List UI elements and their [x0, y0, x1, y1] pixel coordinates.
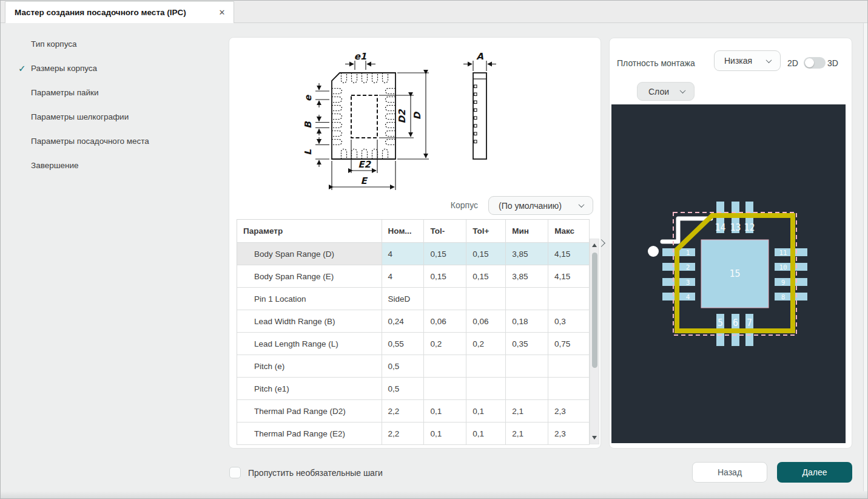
- table-cell[interactable]: 0,5: [382, 378, 425, 400]
- table-header-cell: Tol-: [424, 220, 466, 243]
- table-cell[interactable]: 2,3: [548, 423, 590, 445]
- table-cell[interactable]: 0,1: [466, 423, 506, 445]
- table-cell[interactable]: 0,15: [466, 243, 506, 265]
- table-row[interactable]: Body Span Range (D)40,150,153,854,15: [237, 243, 590, 265]
- table-cell[interactable]: 0,06: [424, 310, 466, 333]
- close-icon[interactable]: ✕: [217, 7, 227, 18]
- table-cell[interactable]: [424, 288, 466, 310]
- layers-dropdown[interactable]: Слои: [637, 82, 695, 101]
- table-cell[interactable]: Thermal Pad Range (E2): [237, 423, 382, 445]
- table-cell[interactable]: Pitch (e): [237, 355, 382, 378]
- table-cell[interactable]: 0,3: [548, 310, 590, 333]
- dim-label-a: A: [476, 51, 483, 62]
- table-cell[interactable]: [506, 378, 548, 400]
- next-button[interactable]: Далее: [777, 462, 852, 483]
- table-cell[interactable]: 2,1: [506, 400, 548, 423]
- footprint-preview[interactable]: 123411109814131256715: [611, 104, 846, 443]
- table-cell[interactable]: 0,18: [506, 310, 548, 333]
- table-cell[interactable]: Lead Length Range (L): [237, 333, 382, 355]
- table-row[interactable]: Pin 1 LocationSideD: [237, 288, 590, 310]
- table-cell[interactable]: [466, 355, 506, 378]
- table-cell[interactable]: 2,2: [382, 423, 425, 445]
- table-cell[interactable]: Lead Width Range (B): [237, 310, 382, 333]
- dim-label-e2: E2: [358, 159, 371, 170]
- table-row[interactable]: Pitch (e1)0,5: [237, 378, 590, 400]
- table-cell[interactable]: 0,2: [466, 333, 506, 355]
- sidebar-step-1[interactable]: Тип корпуса: [1, 32, 229, 56]
- sidebar-step-4[interactable]: Параметры шелкографии: [1, 105, 229, 129]
- table-cell[interactable]: 2,1: [506, 423, 548, 445]
- table-cell[interactable]: 4: [382, 243, 425, 265]
- package-dimensions-panel: e1 e B L E2 E D2 D A Корпус (По умолчани…: [229, 37, 601, 449]
- back-button[interactable]: Назад: [692, 462, 767, 483]
- table-cell[interactable]: 4,15: [548, 243, 590, 265]
- table-row[interactable]: Thermal Pad Range (E2)2,20,10,12,12,3: [237, 423, 590, 445]
- table-cell[interactable]: [548, 378, 590, 400]
- table-cell[interactable]: [424, 378, 466, 400]
- wizard-tab[interactable]: Мастер создания посадочного места (IPC) …: [5, 1, 234, 23]
- density-dropdown[interactable]: Низкая: [714, 50, 781, 71]
- table-scrollbar[interactable]: [590, 239, 599, 444]
- density-value: Низкая: [715, 56, 767, 66]
- body-select-dropdown[interactable]: (По умолчанию): [488, 196, 593, 215]
- scrollbar-thumb[interactable]: [592, 253, 597, 368]
- table-cell[interactable]: [466, 288, 506, 310]
- table-cell[interactable]: 0,15: [466, 265, 506, 288]
- table-cell[interactable]: 2,3: [548, 400, 590, 423]
- table-cell[interactable]: Body Span Range (D): [237, 243, 382, 265]
- table-cell[interactable]: [548, 288, 590, 310]
- table-header-cell: Макс: [548, 220, 590, 243]
- table-cell[interactable]: 0,75: [548, 333, 590, 355]
- table-cell[interactable]: Pin 1 Location: [237, 288, 382, 310]
- table-row[interactable]: Body Span Range (E)40,150,153,854,15: [237, 265, 590, 288]
- table-cell[interactable]: 0,15: [424, 243, 466, 265]
- sidebar-step-label: Параметры посадочного места: [31, 137, 149, 146]
- table-cell[interactable]: [506, 355, 548, 378]
- skip-steps-checkbox[interactable]: [229, 467, 241, 478]
- table-cell[interactable]: 0,24: [382, 310, 425, 333]
- table-cell[interactable]: [466, 378, 506, 400]
- dim-label-e1: e1: [354, 51, 367, 62]
- pad-number: 11: [779, 249, 787, 257]
- scroll-up-icon[interactable]: [592, 243, 597, 247]
- sidebar-step-5[interactable]: Параметры посадочного места: [1, 129, 229, 154]
- table-row[interactable]: Lead Width Range (B)0,240,060,060,180,3: [237, 310, 590, 333]
- table-cell[interactable]: 3,85: [506, 265, 548, 288]
- table-cell[interactable]: 2,2: [382, 400, 425, 423]
- scroll-down-icon[interactable]: [592, 436, 597, 440]
- table-cell[interactable]: Body Span Range (E): [237, 265, 382, 288]
- table-cell[interactable]: 0,55: [382, 333, 425, 355]
- chevron-down-icon: [579, 202, 585, 208]
- dim-label-e: e: [303, 95, 314, 101]
- table-cell[interactable]: 0,15: [424, 265, 466, 288]
- sidebar-step-6[interactable]: Завершение: [1, 154, 229, 178]
- table-cell[interactable]: 0,1: [424, 400, 466, 423]
- tab-bar: Мастер создания посадочного места (IPC) …: [1, 1, 867, 23]
- footprint-wizard-window: Мастер создания посадочного места (IPC) …: [0, 0, 868, 499]
- dim-label-d2: D2: [397, 109, 408, 123]
- table-cell[interactable]: 4,15: [548, 265, 590, 288]
- table-cell[interactable]: [548, 355, 590, 378]
- table-cell[interactable]: 0,1: [466, 400, 506, 423]
- table-cell[interactable]: [506, 288, 548, 310]
- table-cell[interactable]: SideD: [382, 288, 425, 310]
- table-cell[interactable]: Thermal Pad Range (D2): [237, 400, 382, 423]
- dim-label-e-big: E: [360, 175, 368, 186]
- table-cell[interactable]: 0,5: [382, 355, 425, 378]
- sidebar-step-2[interactable]: ✓Размеры корпуса: [1, 56, 229, 81]
- 2d-3d-toggle[interactable]: [804, 57, 826, 69]
- table-cell[interactable]: 0,35: [506, 333, 548, 355]
- table-row[interactable]: Lead Length Range (L)0,550,20,20,350,75: [237, 333, 590, 355]
- table-cell[interactable]: 0,06: [466, 310, 506, 333]
- table-cell[interactable]: 0,2: [424, 333, 466, 355]
- table-cell[interactable]: [424, 355, 466, 378]
- table-row[interactable]: Pitch (e)0,5: [237, 355, 590, 378]
- table-cell[interactable]: 4: [382, 265, 425, 288]
- sidebar-step-3[interactable]: Параметры пайки: [1, 81, 229, 105]
- table-row[interactable]: Thermal Pad Range (D2)2,20,10,12,12,3: [237, 400, 590, 423]
- table-cell[interactable]: Pitch (e1): [237, 378, 382, 400]
- table-cell[interactable]: 0,1: [424, 423, 466, 445]
- table-header-cell: Параметр: [237, 220, 382, 243]
- window-bottom-edge: [1, 491, 867, 498]
- table-cell[interactable]: 3,85: [506, 243, 548, 265]
